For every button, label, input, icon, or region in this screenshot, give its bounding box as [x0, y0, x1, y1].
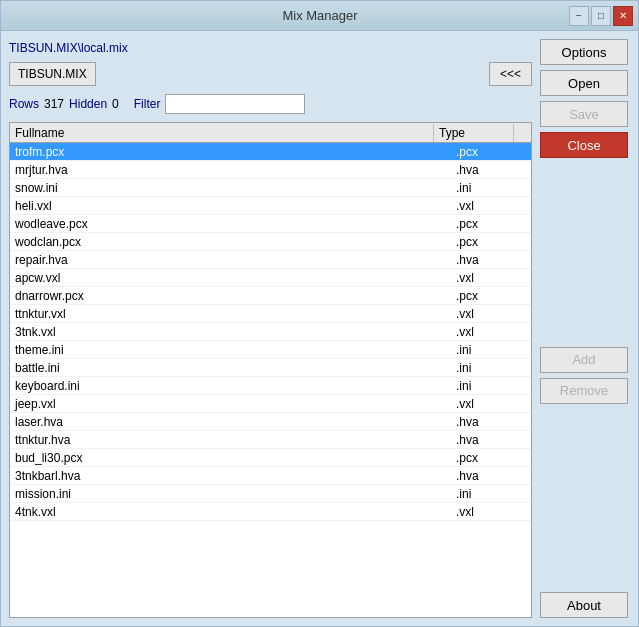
maximize-button[interactable]: □: [591, 6, 611, 26]
cell-type: .vxl: [451, 396, 531, 412]
left-panel: TIBSUN.MIX\local.mix TIBSUN.MIX <<< Rows…: [9, 39, 532, 618]
title-bar: Mix Manager − □ ✕: [1, 1, 638, 31]
save-button[interactable]: Save: [540, 101, 628, 127]
remove-button[interactable]: Remove: [540, 378, 628, 404]
table-row[interactable]: theme.ini.ini: [10, 341, 531, 359]
cell-fullname: laser.hva: [10, 414, 451, 430]
table-row[interactable]: dnarrowr.pcx.pcx: [10, 287, 531, 305]
cell-fullname: bud_li30.pcx: [10, 450, 451, 466]
cell-type: .hva: [451, 468, 531, 484]
cell-fullname: heli.vxl: [10, 198, 451, 214]
cell-type: .ini: [451, 180, 531, 196]
table-row[interactable]: apcw.vxl.vxl: [10, 269, 531, 287]
cell-type: .hva: [451, 252, 531, 268]
cell-fullname: keyboard.ini: [10, 378, 451, 394]
stats-row: Rows 317 Hidden 0 Filter: [9, 91, 532, 117]
cell-type: .vxl: [451, 198, 531, 214]
mix-button[interactable]: TIBSUN.MIX: [9, 62, 96, 86]
cell-type: .ini: [451, 378, 531, 394]
cell-type: .vxl: [451, 306, 531, 322]
cell-fullname: 3tnkbarl.hva: [10, 468, 451, 484]
cell-fullname: jeep.vxl: [10, 396, 451, 412]
cell-fullname: 4tnk.vxl: [10, 504, 451, 520]
table-row[interactable]: mission.ini.ini: [10, 485, 531, 503]
path-label: TIBSUN.MIX\local.mix: [9, 39, 532, 57]
table-row[interactable]: 4tnk.vxl.vxl: [10, 503, 531, 521]
table-body[interactable]: trofm.pcx.pcxmrjtur.hva.hvasnow.ini.inih…: [10, 143, 531, 617]
cell-type: .ini: [451, 486, 531, 502]
open-button[interactable]: Open: [540, 70, 628, 96]
table-row[interactable]: laser.hva.hva: [10, 413, 531, 431]
options-button[interactable]: Options: [540, 39, 628, 65]
rows-label: Rows: [9, 97, 39, 111]
about-button[interactable]: About: [540, 592, 628, 618]
table-row[interactable]: ttnktur.vxl.vxl: [10, 305, 531, 323]
cell-fullname: 3tnk.vxl: [10, 324, 451, 340]
file-table: Fullname Type trofm.pcx.pcxmrjtur.hva.hv…: [9, 122, 532, 618]
cell-type: .pcx: [451, 450, 531, 466]
table-row[interactable]: repair.hva.hva: [10, 251, 531, 269]
cell-fullname: apcw.vxl: [10, 270, 451, 286]
cell-fullname: mrjtur.hva: [10, 162, 451, 178]
filter-input[interactable]: [165, 94, 305, 114]
cell-fullname: wodclan.pcx: [10, 234, 451, 250]
hidden-label: Hidden: [69, 97, 107, 111]
cell-fullname: wodleave.pcx: [10, 216, 451, 232]
cell-type: .ini: [451, 342, 531, 358]
table-header: Fullname Type: [10, 123, 531, 143]
window-title: Mix Manager: [71, 8, 569, 23]
right-panel: Options Open Save Close Add Remove About: [540, 39, 630, 618]
cell-type: .hva: [451, 432, 531, 448]
cell-fullname: mission.ini: [10, 486, 451, 502]
top-row: TIBSUN.MIX <<<: [9, 62, 532, 86]
hidden-value: 0: [112, 97, 119, 111]
cell-fullname: ttnktur.vxl: [10, 306, 451, 322]
table-row[interactable]: jeep.vxl.vxl: [10, 395, 531, 413]
cell-fullname: theme.ini: [10, 342, 451, 358]
col-type: Type: [434, 124, 514, 142]
cell-type: .ini: [451, 360, 531, 376]
title-bar-buttons: − □ ✕: [569, 6, 633, 26]
cell-type: .pcx: [451, 288, 531, 304]
table-row[interactable]: keyboard.ini.ini: [10, 377, 531, 395]
rows-value: 317: [44, 97, 64, 111]
filter-label: Filter: [134, 97, 161, 111]
minimize-button[interactable]: −: [569, 6, 589, 26]
window-close-button[interactable]: ✕: [613, 6, 633, 26]
table-row[interactable]: wodclan.pcx.pcx: [10, 233, 531, 251]
cell-fullname: repair.hva: [10, 252, 451, 268]
table-row[interactable]: heli.vxl.vxl: [10, 197, 531, 215]
table-row[interactable]: mrjtur.hva.hva: [10, 161, 531, 179]
close-button[interactable]: Close: [540, 132, 628, 158]
table-row[interactable]: trofm.pcx.pcx: [10, 143, 531, 161]
nav-back-button[interactable]: <<<: [489, 62, 532, 86]
table-row[interactable]: 3tnkbarl.hva.hva: [10, 467, 531, 485]
main-window: Mix Manager − □ ✕ TIBSUN.MIX\local.mix T…: [0, 0, 639, 627]
cell-fullname: trofm.pcx: [10, 144, 451, 160]
cell-fullname: dnarrowr.pcx: [10, 288, 451, 304]
table-row[interactable]: bud_li30.pcx.pcx: [10, 449, 531, 467]
add-button[interactable]: Add: [540, 347, 628, 373]
cell-type: .vxl: [451, 270, 531, 286]
content-area: TIBSUN.MIX\local.mix TIBSUN.MIX <<< Rows…: [1, 31, 638, 626]
cell-type: .pcx: [451, 234, 531, 250]
cell-type: .vxl: [451, 504, 531, 520]
table-row[interactable]: ttnktur.hva.hva: [10, 431, 531, 449]
table-row[interactable]: 3tnk.vxl.vxl: [10, 323, 531, 341]
table-row[interactable]: wodleave.pcx.pcx: [10, 215, 531, 233]
cell-type: .vxl: [451, 324, 531, 340]
cell-type: .hva: [451, 414, 531, 430]
cell-type: .pcx: [451, 144, 531, 160]
cell-type: .hva: [451, 162, 531, 178]
col-fullname: Fullname: [10, 124, 434, 142]
cell-fullname: snow.ini: [10, 180, 451, 196]
table-row[interactable]: battle.ini.ini: [10, 359, 531, 377]
table-row[interactable]: snow.ini.ini: [10, 179, 531, 197]
cell-type: .pcx: [451, 216, 531, 232]
cell-fullname: ttnktur.hva: [10, 432, 451, 448]
cell-fullname: battle.ini: [10, 360, 451, 376]
